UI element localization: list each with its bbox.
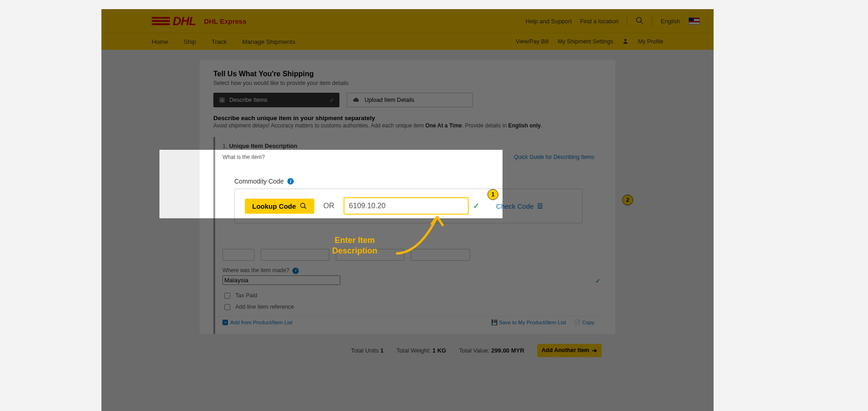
check-icon: ✓ xyxy=(595,277,601,285)
tv-lab: Total Value: xyxy=(459,347,490,354)
note-part: Avoid shipment delays! Accuracy matters … xyxy=(213,122,425,129)
field-value xyxy=(336,249,404,261)
nav-manage[interactable]: Manage Shipments xyxy=(242,38,295,45)
add-another-label: Add Another Item xyxy=(542,347,589,353)
lookup-label: Lookup Code xyxy=(252,202,296,210)
tw-val: 1 KG xyxy=(432,347,446,354)
find-location-link[interactable]: Find a location xyxy=(580,18,619,25)
total-value: Total Value: 299.00 MYR xyxy=(459,347,524,354)
section-footer: ＋Add from Product/Item List 💾 Save to My… xyxy=(215,316,602,330)
info-icon[interactable]: i xyxy=(292,268,299,274)
field-units xyxy=(261,249,329,261)
line-ref-label: Add line item reference xyxy=(235,304,294,310)
tu-val: 1 xyxy=(381,347,384,354)
instruction-note: Avoid shipment delays! Accuracy matters … xyxy=(213,122,602,129)
or-separator: OR xyxy=(323,202,334,210)
callout-badge-2: 2 xyxy=(622,195,633,206)
nav-settings[interactable]: My Shipment Settings xyxy=(558,38,614,45)
check-code-link[interactable]: Check Code xyxy=(496,202,544,210)
what-row: What is the item? Quick Guide for Descri… xyxy=(222,154,594,160)
line-ref-checkbox[interactable] xyxy=(224,304,230,310)
nav-home[interactable]: Home xyxy=(152,38,168,45)
origin-wrap: Where was the item made? i ✓ xyxy=(222,267,594,285)
add-from-list-label: Add from Product/Item List xyxy=(230,320,292,325)
value-input[interactable] xyxy=(336,249,404,261)
svg-line-1 xyxy=(641,21,643,24)
cloud-upload-icon xyxy=(353,96,360,105)
lower-fields xyxy=(222,249,594,261)
tv-val: 299.00 MYR xyxy=(491,347,524,354)
topbar-right: Help and Support Find a location English xyxy=(526,16,700,26)
callout-badge-1: 1 xyxy=(487,189,498,200)
page-heading: Tell Us What You're Shipping xyxy=(213,70,602,78)
copy-link[interactable]: 📄 Copy xyxy=(574,319,594,326)
nav-right: View/Pay Bill My Shipment Settings My Pr… xyxy=(516,38,663,46)
field-qty xyxy=(222,249,254,261)
save-to-list-link[interactable]: 💾 Save to My Product/Item List xyxy=(491,319,566,326)
tax-paid-checkbox[interactable] xyxy=(224,293,230,299)
lookup-code-button[interactable]: Lookup Code xyxy=(245,199,314,214)
tu-lab: Total Units xyxy=(351,347,379,354)
shipping-card: Tell Us What You're Shipping Select how … xyxy=(200,60,615,334)
nav-track[interactable]: Track xyxy=(212,38,227,45)
language-label[interactable]: English xyxy=(661,18,680,25)
app-window: DHL DHL Express Help and Support Find a … xyxy=(101,9,714,411)
field-weight xyxy=(411,249,470,261)
origin-input[interactable] xyxy=(222,275,340,285)
add-another-item-button[interactable]: Add Another Item ➔ xyxy=(537,344,602,357)
section-number: 1. xyxy=(222,142,228,149)
logo-stripes-icon xyxy=(152,17,170,25)
mode-tabs: ＋ Describe Items Upload Item Details xyxy=(213,93,602,107)
footer-right: 💾 Save to My Product/Item List 📄 Copy xyxy=(491,319,594,326)
tw-lab: Total Weight: xyxy=(397,347,431,354)
totals-bar: Total Units 1 Total Weight: 1 KG Total V… xyxy=(200,338,615,357)
help-link[interactable]: Help and Support xyxy=(526,18,572,25)
nav-profile[interactable]: My Profile xyxy=(638,38,663,45)
save-label: Save to My Product/Item List xyxy=(499,320,566,325)
units-input[interactable] xyxy=(261,249,329,261)
cc-label-text: Commodity Code xyxy=(234,178,284,185)
item-section: 1. Unique Item Description What is the i… xyxy=(213,137,602,334)
tab-upload-label: Upload Item Details xyxy=(365,97,414,103)
tab-upload[interactable]: Upload Item Details xyxy=(347,93,473,107)
separator xyxy=(652,16,652,26)
tab-describe[interactable]: ＋ Describe Items xyxy=(213,93,339,107)
brand-subtitle: DHL Express xyxy=(204,17,246,25)
total-weight: Total Weight: 1 KG xyxy=(397,347,446,354)
flag-icon[interactable] xyxy=(688,17,700,25)
quick-guide-link[interactable]: Quick Guide for Describing Items xyxy=(514,154,594,160)
topbar: DHL DHL Express Help and Support Find a … xyxy=(101,9,714,33)
commodity-code-label: Commodity Code i xyxy=(234,178,582,185)
origin-label: Where was the item made? i xyxy=(222,267,594,274)
what-label: What is the item? xyxy=(222,154,265,160)
note-part: . Provide details in xyxy=(462,122,508,129)
info-icon[interactable]: i xyxy=(287,178,294,184)
logo-text: DHL xyxy=(173,14,196,28)
instruction-title: Describe each unique item in your shipme… xyxy=(213,115,602,121)
add-from-list-link[interactable]: ＋Add from Product/Item List xyxy=(222,320,292,325)
brand-logo: DHL xyxy=(152,14,196,28)
content-area: Tell Us What You're Shipping Select how … xyxy=(101,50,714,357)
weight-input[interactable] xyxy=(411,249,470,261)
commodity-code-panel: Commodity Code i Lookup Code OR ✓ xyxy=(222,165,595,244)
commodity-code-box: Lookup Code OR ✓ Check Code xyxy=(234,189,582,223)
checkboxes: Tax Paid Add line item reference xyxy=(222,291,594,311)
main-nav: Home Ship Track Manage Shipments View/Pa… xyxy=(101,33,714,50)
commodity-code-input[interactable] xyxy=(344,197,469,215)
search-icon[interactable] xyxy=(635,16,644,26)
tax-paid-row[interactable]: Tax Paid xyxy=(222,291,594,300)
svg-point-3 xyxy=(301,203,305,207)
check-code-label: Check Code xyxy=(496,202,534,210)
tab-describe-label: Describe Items xyxy=(229,97,267,103)
qty-input[interactable] xyxy=(222,249,254,261)
nav-ship[interactable]: Ship xyxy=(184,38,196,45)
clipboard-icon xyxy=(536,202,544,210)
note-bold: English only xyxy=(508,122,540,129)
section-title: 1. Unique Item Description xyxy=(222,142,594,149)
nav-viewpay[interactable]: View/Pay Bill xyxy=(516,38,549,45)
section-title-text: Unique Item Description xyxy=(229,142,297,149)
line-ref-row[interactable]: Add line item reference xyxy=(222,303,594,311)
search-icon xyxy=(300,202,307,210)
cc-input-wrap: ✓ xyxy=(344,197,469,215)
note-part: . xyxy=(541,122,542,129)
